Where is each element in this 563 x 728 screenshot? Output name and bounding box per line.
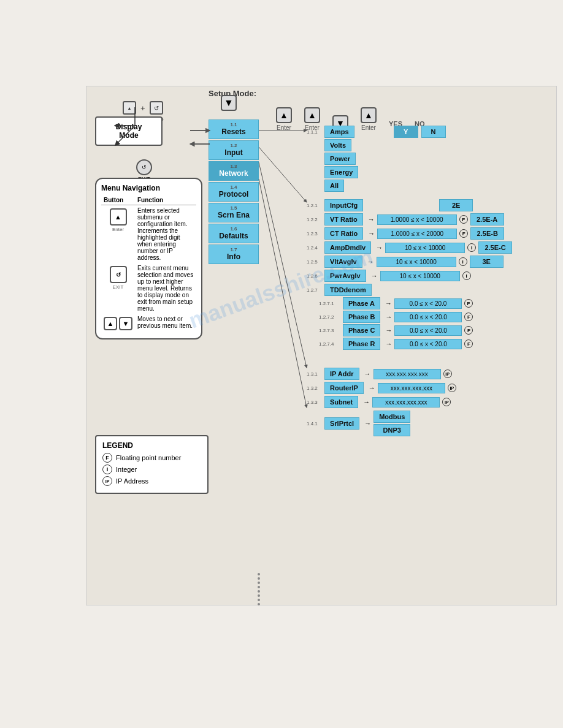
result-2e: 2E	[439, 199, 473, 211]
input-section: 1.2.1 InputCfg 2E 1.2.2 VT Ratio → 1.000…	[307, 199, 512, 351]
menu-item-info[interactable]: 1.7 Info	[209, 245, 259, 264]
legend-box: LEGEND F Floating point number I Integer…	[95, 435, 209, 494]
menu-item-resets[interactable]: 1.1 Resets	[209, 119, 259, 139]
exit-description: Exits current menu selection and moves u…	[135, 263, 196, 314]
routerip-sym: IP	[448, 384, 456, 392]
menu-scrnena-label: Scrn Ena	[218, 211, 250, 219]
nav-row-exit: ↺ EXIT Exits current menu selection and …	[101, 263, 196, 314]
ipaddr-label[interactable]: IP Addr	[324, 368, 359, 380]
menu-item-scrnena[interactable]: 1.5 Scrn Ena	[209, 203, 259, 222]
subnet-value: xxx.xxx.xxx.xxx	[372, 397, 440, 408]
ip-label: IP Address	[116, 477, 148, 485]
phase-b-range: 0.0 ≤ x < 20.0	[394, 312, 462, 322]
ctratio-sym: F	[459, 229, 468, 238]
menu-item-defaults[interactable]: 1.6 Defaults	[209, 224, 259, 243]
icon-enter-1: ▲ Enter	[276, 107, 292, 131]
updown-description: Moves to next or previous menu item.	[135, 314, 196, 333]
ipaddr-value: xxx.xxx.xxx.xxx	[373, 369, 441, 379]
ipaddr-sym: IP	[443, 370, 452, 378]
energy-label[interactable]: Energy	[324, 166, 358, 178]
resets-section: 1.1.1 Amps Y N Volts Power Energy	[307, 126, 446, 193]
col-function: Function	[135, 195, 196, 205]
phase-r-sym: F	[464, 339, 473, 348]
vltavg-label[interactable]: VltAvgIv	[324, 256, 362, 268]
phase-a-label[interactable]: Phase A	[343, 297, 380, 309]
nav-row-updown: ▲ ▼ Moves to next or previous menu item.	[101, 314, 196, 333]
vltavg-range: 10 ≤ x < 10000	[377, 257, 456, 267]
routerip-label[interactable]: RouterIP	[324, 382, 364, 394]
enter-description: Enters selected submenu or configuration…	[135, 205, 196, 264]
power-label[interactable]: Power	[324, 153, 356, 165]
legend-title: LEGEND	[102, 441, 201, 450]
enter-icon-1[interactable]: ▲	[276, 107, 292, 123]
phase-b-sym: F	[464, 313, 473, 321]
ip-symbol: IP	[102, 476, 112, 486]
phase-a-range: 0.0 ≤ x < 20.0	[394, 298, 462, 309]
ampdmd-label[interactable]: AmpDmdIv	[324, 241, 371, 254]
ctratio-range: 1.0000 ≤ x < 20000	[377, 229, 457, 239]
volts-label[interactable]: Volts	[324, 139, 351, 151]
vertical-dots	[258, 573, 260, 605]
up-btn-icon[interactable]: ▲	[104, 317, 117, 330]
vtratio-range: 1.0000 ≤ x < 10000	[377, 214, 457, 225]
menu-item-protocol[interactable]: 1.4 Protocol	[209, 182, 259, 202]
arrow-svg-top	[98, 95, 221, 150]
menu-defaults-label: Defaults	[219, 232, 248, 240]
enter-icon-2[interactable]: ▲	[304, 107, 320, 123]
menu-protocol-label: Protocol	[219, 190, 249, 199]
result-3e: 3E	[470, 256, 504, 268]
menu-input-label: Input	[224, 148, 242, 157]
all-label[interactable]: All	[324, 180, 344, 192]
exit-btn-icon[interactable]: ↺	[110, 266, 127, 283]
ampdmd-range: 10 ≤ x < 10000	[385, 243, 465, 253]
phase-c-label[interactable]: Phase C	[343, 324, 380, 336]
nav-row-enter: ▲ Enter Enters selected submenu or confi…	[101, 205, 196, 264]
no-amps[interactable]: N	[421, 126, 446, 138]
protocol-section: 1.4.1 SrlPrtcl → Modbus DNP3	[307, 411, 410, 438]
phase-a-sym: F	[464, 299, 473, 308]
main-container: Setup Mode: ▼ ▲ + ↺ BTN1 BTN4 DisplayMod…	[0, 0, 563, 728]
menu-nav-title: Menu Navigation	[101, 184, 196, 192]
legend-item-float: F Floating point number	[102, 453, 201, 463]
menu-item-input[interactable]: 1.2 Input	[209, 140, 259, 160]
routerip-value: xxx.xxx.xxx.xxx	[378, 383, 445, 393]
enter-label-1: Enter	[277, 124, 291, 131]
legend-item-int: I Integer	[102, 464, 201, 474]
phase-c-sym: F	[464, 326, 473, 335]
pwravg-sym: I	[462, 271, 471, 280]
ampdmd-sym: I	[467, 243, 476, 252]
main-menu: 1.1 Resets 1.2 Input 1.3 Network 1.4 Pro…	[209, 119, 259, 265]
phase-r-range: 0.0 ≤ x < 20.0	[394, 339, 462, 349]
exit-icon[interactable]: ↺	[136, 159, 152, 175]
subnet-sym: IP	[442, 398, 451, 406]
modbus-label[interactable]: Modbus	[373, 411, 410, 423]
ctratio-label[interactable]: CT Ratio	[324, 227, 363, 240]
enter-btn-icon[interactable]: ▲	[110, 208, 127, 226]
yes-amps[interactable]: Y	[394, 126, 418, 138]
result-25ec: 2.5E-C	[478, 241, 512, 254]
enter-icon-3[interactable]: ▲	[361, 107, 377, 123]
srlprtcl-label[interactable]: SrlPrtcl	[324, 417, 359, 430]
vltavg-sym: I	[459, 257, 467, 266]
int-label: Integer	[116, 466, 137, 473]
legend-item-ip: IP IP Address	[102, 476, 201, 486]
menu-item-network[interactable]: 1.3 Network	[209, 161, 259, 181]
pwravg-label[interactable]: PwrAvgIv	[324, 270, 366, 282]
pwravg-range: 10 ≤ x < 10000	[380, 271, 460, 281]
menu-nav-box: Menu Navigation Button Function ▲ Enter …	[95, 178, 202, 339]
vtratio-label[interactable]: VT Ratio	[324, 213, 363, 226]
down-btn-icon[interactable]: ▼	[119, 317, 132, 330]
phase-b-label[interactable]: Phase B	[343, 311, 380, 323]
menu-resets-label: Resets	[221, 127, 245, 136]
setup-down-arrow[interactable]: ▼	[221, 95, 237, 111]
phase-r-label[interactable]: Phase R	[343, 338, 380, 350]
amps-label[interactable]: Amps	[324, 126, 354, 138]
dnp3-label[interactable]: DNP3	[373, 424, 410, 436]
subnet-label[interactable]: Subnet	[324, 396, 358, 408]
network-section: 1.3.1 IP Addr → xxx.xxx.xxx.xxx IP 1.3.2…	[307, 368, 456, 410]
tdddenom-label[interactable]: TDDdenom	[324, 284, 372, 296]
vtratio-sym: F	[459, 215, 468, 224]
inputcfg-label[interactable]: InputCfg	[324, 199, 363, 211]
int-symbol: I	[102, 464, 112, 474]
menu-info-label: Info	[227, 252, 240, 261]
